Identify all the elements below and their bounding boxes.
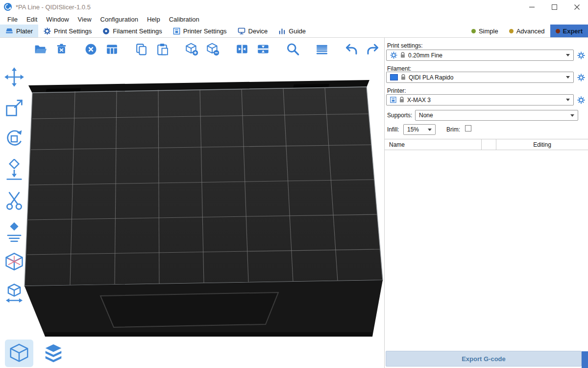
arrange-button[interactable] bbox=[104, 41, 120, 57]
tab-filament-settings[interactable]: Filament Settings bbox=[97, 25, 167, 37]
print-settings-icon bbox=[44, 27, 51, 35]
paste-button[interactable] bbox=[154, 41, 170, 57]
print-settings-label: Print settings: bbox=[387, 42, 423, 49]
maximize-icon bbox=[552, 4, 557, 10]
add-instance-button[interactable] bbox=[184, 41, 199, 57]
tab-printer-settings[interactable]: Printer Settings bbox=[168, 25, 232, 37]
menu-edit[interactable]: Edit bbox=[22, 15, 42, 24]
tab-label: Printer Settings bbox=[183, 27, 227, 35]
close-button[interactable] bbox=[565, 0, 588, 14]
tabbar: Plater Print Settings Filament Settings … bbox=[0, 25, 588, 38]
printer-label: Printer: bbox=[387, 87, 406, 94]
variable-layer-height-button[interactable] bbox=[314, 41, 330, 57]
redo-button[interactable] bbox=[365, 41, 380, 57]
printer-value: X-MAX 3 bbox=[407, 97, 431, 104]
move-icon bbox=[3, 66, 25, 88]
delete-button[interactable] bbox=[53, 41, 69, 57]
measure-tool[interactable] bbox=[2, 282, 26, 305]
name-column-header: Name bbox=[385, 139, 482, 150]
maximize-button[interactable] bbox=[543, 0, 565, 14]
window-controls bbox=[520, 0, 588, 14]
scale-tool[interactable] bbox=[2, 96, 26, 120]
printer-icon bbox=[390, 97, 396, 103]
advanced-mode-dot-icon bbox=[509, 29, 514, 33]
rotate-tool[interactable] bbox=[2, 127, 26, 151]
gear-icon bbox=[577, 74, 585, 81]
view-mode-toggle bbox=[5, 340, 68, 367]
filament-combo[interactable]: QIDI PLA Rapido bbox=[386, 72, 574, 83]
menu-file[interactable]: File bbox=[3, 15, 22, 24]
printer-combo[interactable]: X-MAX 3 bbox=[386, 94, 574, 105]
brim-checkbox[interactable] bbox=[465, 125, 471, 131]
filament-gear-button[interactable] bbox=[577, 73, 586, 82]
printer-gear-button[interactable] bbox=[577, 96, 586, 105]
menu-help[interactable]: Help bbox=[143, 15, 165, 24]
mode-advanced[interactable]: Advanced bbox=[504, 25, 550, 37]
print-bed bbox=[0, 38, 384, 368]
redo-icon bbox=[366, 42, 380, 56]
tab-label: Guide bbox=[289, 27, 306, 35]
infill-value: 15% bbox=[407, 126, 419, 133]
tab-guide[interactable]: Guide bbox=[273, 25, 311, 37]
mode-label: Expert bbox=[563, 27, 583, 35]
expert-mode-dot-icon bbox=[556, 29, 560, 33]
dropdown-arrow-icon bbox=[566, 54, 570, 56]
cut-tool[interactable] bbox=[2, 189, 26, 212]
add-instance-icon bbox=[185, 42, 198, 56]
preview-view-button[interactable] bbox=[39, 340, 68, 367]
seam-paint-icon bbox=[3, 221, 25, 242]
tab-device[interactable]: Device bbox=[232, 25, 273, 37]
tab-print-settings[interactable]: Print Settings bbox=[38, 25, 97, 37]
object-list-empty-area[interactable] bbox=[385, 150, 588, 348]
arrange-grid-icon bbox=[105, 43, 119, 56]
menu-view[interactable]: View bbox=[74, 15, 96, 24]
brim-label: Brim: bbox=[446, 126, 460, 133]
supports-combo[interactable]: None bbox=[415, 110, 578, 121]
move-tool[interactable] bbox=[2, 65, 26, 89]
copy-button[interactable] bbox=[133, 41, 149, 57]
simple-mode-dot-icon bbox=[471, 29, 476, 33]
place-on-face-icon bbox=[3, 159, 25, 181]
menu-configuration[interactable]: Configuration bbox=[96, 15, 143, 24]
trash-icon bbox=[55, 43, 68, 56]
undo-button[interactable] bbox=[343, 41, 359, 57]
filament-label: Filament: bbox=[387, 65, 411, 72]
print-settings-combo[interactable]: 0.20mm Fine bbox=[386, 50, 574, 61]
search-button[interactable] bbox=[285, 41, 300, 57]
lock-icon bbox=[401, 74, 406, 80]
viewport-3d[interactable] bbox=[0, 38, 384, 368]
tab-plater[interactable]: Plater bbox=[0, 25, 38, 37]
open-button[interactable] bbox=[32, 41, 48, 57]
dropdown-arrow-icon bbox=[570, 114, 574, 117]
gear-icon bbox=[390, 52, 397, 59]
split-objects-button[interactable] bbox=[234, 41, 250, 57]
minimize-button[interactable] bbox=[520, 0, 543, 14]
app-icon bbox=[4, 3, 12, 11]
seam-paint-tool[interactable] bbox=[2, 220, 26, 243]
menubar: File Edit Window View Configuration Help… bbox=[0, 14, 588, 25]
dropdown-arrow-icon bbox=[566, 76, 570, 79]
gizmo-toolbar bbox=[2, 65, 26, 305]
menu-window[interactable]: Window bbox=[42, 15, 73, 24]
search-icon bbox=[286, 42, 300, 56]
cut-scissors-icon bbox=[3, 190, 25, 211]
mode-simple[interactable]: Simple bbox=[466, 25, 504, 37]
export-options-button[interactable] bbox=[582, 351, 588, 368]
close-icon bbox=[574, 4, 580, 10]
delete-all-button[interactable] bbox=[83, 41, 98, 57]
print-settings-gear-button[interactable] bbox=[577, 51, 586, 60]
export-gcode-button[interactable]: Export G-code bbox=[386, 351, 582, 367]
infill-combo[interactable]: 15% bbox=[403, 124, 436, 135]
mode-expert[interactable]: Expert bbox=[550, 25, 588, 37]
infill-label: Infill: bbox=[387, 126, 399, 133]
window-title: *PA Line - QIDISlicer-1.0.5 bbox=[16, 3, 91, 11]
menu-calibration[interactable]: Calibration bbox=[165, 15, 204, 24]
supports-label: Supports: bbox=[387, 112, 412, 119]
split-parts-button[interactable] bbox=[255, 41, 271, 57]
gear-icon bbox=[577, 96, 585, 104]
fdm-supports-tool[interactable] bbox=[2, 251, 26, 274]
remove-instance-button[interactable] bbox=[205, 41, 220, 57]
mode-switcher: Simple Advanced Expert bbox=[466, 25, 588, 37]
editor-view-button[interactable] bbox=[5, 340, 33, 367]
place-on-face-tool[interactable] bbox=[2, 158, 26, 182]
